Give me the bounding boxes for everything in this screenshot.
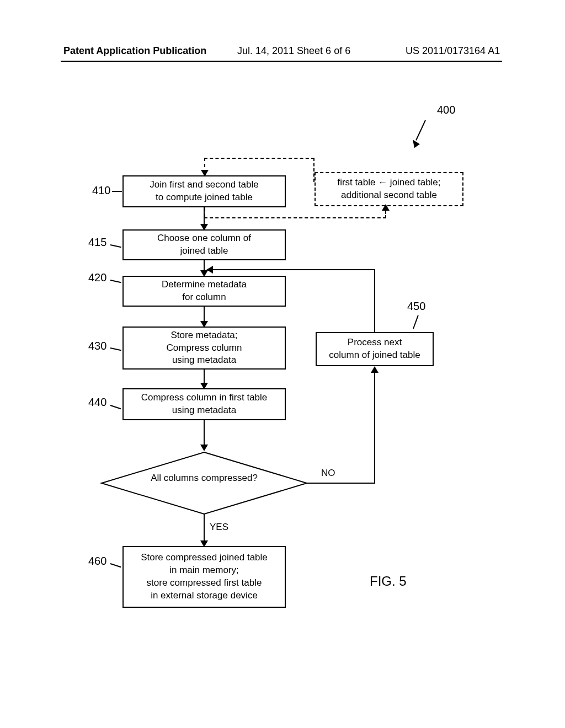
decision-text: All columns compressed? [99,472,309,484]
leader-430 [110,347,121,351]
ref-400: 400 [437,104,455,116]
box-450-text: Process next column of joined table [329,336,420,362]
label-410: 410 [92,184,110,197]
line-decision-no-v [374,370,375,484]
leader-420 [110,280,121,283]
line-decision-no-h [307,483,375,484]
line-450-up [374,269,375,332]
box-440-text: Compress column in first table using met… [141,392,268,417]
box-420-determine-metadata: Determine metadata for column [122,276,286,307]
label-460: 460 [88,555,106,568]
leader-450 [413,315,419,329]
box-460-text: Store compressed joined table in main me… [141,552,268,602]
box-415-text: Choose one column of joined table [157,232,251,258]
header-pub-number: US 2011/0173164 A1 [406,45,500,57]
dash-410-out-h [204,217,386,218]
box-450-process-next: Process next column of joined table [316,332,434,366]
leader-410 [112,191,122,192]
line-440-decision [204,420,205,448]
figure-label: FIG. 5 [370,574,407,589]
header-date-sheet: Jul. 14, 2011 Sheet 6 of 6 [237,45,350,57]
line-450-left [210,269,375,270]
header-rule [61,61,502,62]
arrow-450-into-loop [206,266,213,274]
leader-440 [110,405,121,409]
box-415-choose-column: Choose one column of joined table [122,229,286,260]
box-410-text: Join first and second table to compute j… [150,179,259,204]
dash-seg-top-h [204,158,315,159]
header-publication: Patent Application Publication [63,45,206,57]
ref-400-line [415,120,426,141]
label-450: 450 [407,300,425,313]
label-420: 420 [88,271,106,284]
label-415: 415 [88,236,106,249]
box-410-join-tables: Join first and second table to compute j… [122,175,286,207]
label-no: NO [321,468,335,479]
label-440: 440 [88,396,106,409]
label-yes: YES [210,522,228,533]
box-420-text: Determine metadata for column [162,279,247,304]
flowchart: 400 first table ← joined table; addition… [0,88,565,695]
arrow-into-loopbox [382,204,390,211]
box-460-store: Store compressed joined table in main me… [122,546,286,608]
box-loop-text: first table ← joined table; additional s… [337,176,440,202]
arrow-into-450 [371,366,379,373]
box-430-store-compress: Store metadata; Compress column using me… [122,326,286,370]
line-decision-460 [204,514,205,544]
box-440-compress-first-table: Compress column in first table using met… [122,388,286,420]
box-loop-additional: first table ← joined table; additional s… [315,172,463,206]
box-430-text: Store metadata; Compress column using me… [167,329,242,367]
label-430: 430 [88,340,106,352]
leader-415 [110,244,121,248]
ref-400-arrowhead [410,138,420,148]
leader-460 [110,563,121,568]
